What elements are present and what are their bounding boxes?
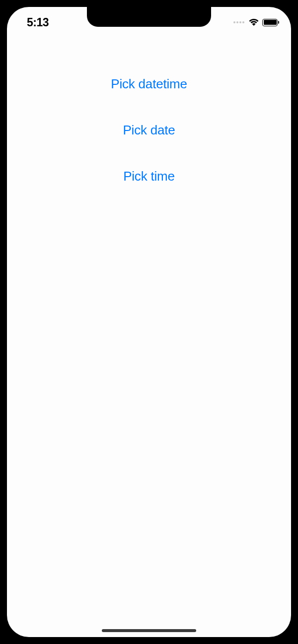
screen: 5:13 xyxy=(7,7,291,637)
status-indicators xyxy=(233,18,279,26)
main-content: Pick datetime Pick date Pick time xyxy=(7,7,291,184)
device-frame: 5:13 xyxy=(0,0,298,644)
wifi-icon xyxy=(248,18,259,26)
pick-date-button[interactable]: Pick date xyxy=(123,123,175,138)
status-time: 5:13 xyxy=(27,16,49,29)
device-notch xyxy=(87,7,211,27)
home-indicator[interactable] xyxy=(102,629,196,632)
pick-datetime-button[interactable]: Pick datetime xyxy=(111,76,187,92)
pick-time-button[interactable]: Pick time xyxy=(123,169,175,184)
battery-icon xyxy=(262,19,279,26)
cellular-signal-icon xyxy=(233,21,244,23)
